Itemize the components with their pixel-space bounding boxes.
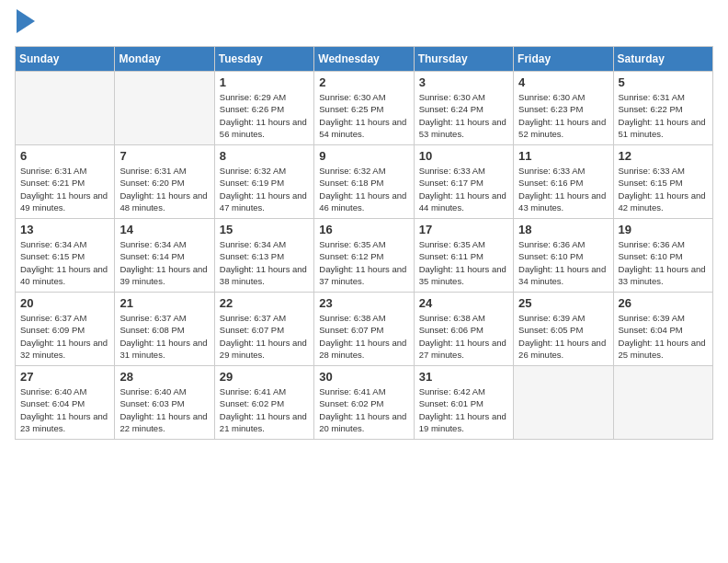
sunset-text: Sunset: 6:10 PM <box>619 250 708 262</box>
calendar-cell <box>514 366 613 440</box>
sunset-text: Sunset: 6:02 PM <box>220 397 309 409</box>
daylight-text: Daylight: 11 hours and 35 minutes. <box>419 263 508 288</box>
day-number: 16 <box>319 223 408 236</box>
daylight-text: Daylight: 11 hours and 44 minutes. <box>419 190 508 214</box>
calendar-header-row: SundayMondayTuesdayWednesdayThursdayFrid… <box>16 47 713 72</box>
calendar-cell <box>16 72 115 145</box>
calendar-cell: 6Sunrise: 6:31 AMSunset: 6:21 PMDaylight… <box>16 145 115 219</box>
day-number: 22 <box>220 296 309 310</box>
day-number: 31 <box>419 370 508 384</box>
sunset-text: Sunset: 6:23 PM <box>518 103 608 115</box>
sunset-text: Sunset: 6:01 PM <box>419 397 508 409</box>
sunrise-text: Sunrise: 6:33 AM <box>619 165 708 177</box>
day-number: 10 <box>419 149 508 163</box>
sunset-text: Sunset: 6:07 PM <box>319 324 408 336</box>
daylight-text: Daylight: 11 hours and 26 minutes. <box>518 337 608 362</box>
sunrise-text: Sunrise: 6:36 AM <box>619 238 708 250</box>
sunset-text: Sunset: 6:08 PM <box>119 324 209 336</box>
sunrise-text: Sunrise: 6:34 AM <box>220 238 309 250</box>
day-number: 20 <box>20 296 109 310</box>
sunrise-text: Sunrise: 6:30 AM <box>518 91 608 103</box>
calendar-week-row: 6Sunrise: 6:31 AMSunset: 6:21 PMDaylight… <box>16 145 713 219</box>
daylight-text: Daylight: 11 hours and 21 minutes. <box>220 410 309 435</box>
calendar-cell: 7Sunrise: 6:31 AMSunset: 6:20 PMDaylight… <box>115 145 214 219</box>
calendar-week-row: 20Sunrise: 6:37 AMSunset: 6:09 PMDayligh… <box>16 293 713 366</box>
svg-marker-0 <box>17 9 35 33</box>
sunrise-text: Sunrise: 6:37 AM <box>119 312 209 324</box>
sunrise-text: Sunrise: 6:30 AM <box>419 91 508 103</box>
daylight-text: Daylight: 11 hours and 46 minutes. <box>319 190 408 214</box>
sunrise-text: Sunrise: 6:30 AM <box>319 91 408 103</box>
daylight-text: Daylight: 11 hours and 33 minutes. <box>619 263 708 288</box>
sunset-text: Sunset: 6:14 PM <box>119 250 209 262</box>
sunset-text: Sunset: 6:05 PM <box>518 324 608 336</box>
sunset-text: Sunset: 6:17 PM <box>419 177 508 189</box>
day-number: 3 <box>419 75 508 89</box>
day-number: 29 <box>220 370 309 384</box>
sunset-text: Sunset: 6:24 PM <box>419 103 508 115</box>
daylight-text: Daylight: 11 hours and 51 minutes. <box>619 116 708 141</box>
calendar-cell: 18Sunrise: 6:36 AMSunset: 6:10 PMDayligh… <box>514 219 613 293</box>
sunrise-text: Sunrise: 6:31 AM <box>20 165 109 177</box>
calendar-cell: 13Sunrise: 6:34 AMSunset: 6:15 PMDayligh… <box>16 219 115 293</box>
day-number: 19 <box>619 223 708 236</box>
calendar-cell: 29Sunrise: 6:41 AMSunset: 6:02 PMDayligh… <box>214 366 313 440</box>
sunrise-text: Sunrise: 6:42 AM <box>419 385 508 397</box>
calendar-cell: 31Sunrise: 6:42 AMSunset: 6:01 PMDayligh… <box>414 366 513 440</box>
sunrise-text: Sunrise: 6:29 AM <box>220 91 309 103</box>
day-number: 14 <box>119 223 209 236</box>
calendar-header-wednesday: Wednesday <box>314 47 414 72</box>
day-number: 18 <box>518 223 608 236</box>
calendar-cell: 17Sunrise: 6:35 AMSunset: 6:11 PMDayligh… <box>414 219 513 293</box>
daylight-text: Daylight: 11 hours and 28 minutes. <box>319 337 408 362</box>
calendar-cell <box>613 366 712 440</box>
calendar-cell: 28Sunrise: 6:40 AMSunset: 6:03 PMDayligh… <box>115 366 214 440</box>
daylight-text: Daylight: 11 hours and 54 minutes. <box>319 116 408 141</box>
calendar-cell: 2Sunrise: 6:30 AMSunset: 6:25 PMDaylight… <box>314 72 414 145</box>
sunset-text: Sunset: 6:25 PM <box>319 103 408 115</box>
sunrise-text: Sunrise: 6:33 AM <box>419 165 508 177</box>
day-number: 12 <box>619 149 708 163</box>
daylight-text: Daylight: 11 hours and 25 minutes. <box>619 337 708 362</box>
calendar-cell: 30Sunrise: 6:41 AMSunset: 6:02 PMDayligh… <box>314 366 414 440</box>
daylight-text: Daylight: 11 hours and 42 minutes. <box>619 190 708 214</box>
sunrise-text: Sunrise: 6:37 AM <box>20 312 109 324</box>
calendar-cell: 19Sunrise: 6:36 AMSunset: 6:10 PMDayligh… <box>613 219 712 293</box>
sunset-text: Sunset: 6:09 PM <box>20 324 109 336</box>
daylight-text: Daylight: 11 hours and 23 minutes. <box>20 410 109 435</box>
calendar-cell: 8Sunrise: 6:32 AMSunset: 6:19 PMDaylight… <box>214 145 313 219</box>
calendar-header-monday: Monday <box>115 47 214 72</box>
daylight-text: Daylight: 11 hours and 31 minutes. <box>119 337 209 362</box>
sunset-text: Sunset: 6:21 PM <box>20 177 109 189</box>
calendar-header-friday: Friday <box>514 47 613 72</box>
daylight-text: Daylight: 11 hours and 53 minutes. <box>419 116 508 141</box>
calendar-cell: 16Sunrise: 6:35 AMSunset: 6:12 PMDayligh… <box>314 219 414 293</box>
day-number: 11 <box>518 149 608 163</box>
sunset-text: Sunset: 6:26 PM <box>220 103 309 115</box>
sunset-text: Sunset: 6:20 PM <box>119 177 209 189</box>
day-number: 30 <box>319 370 408 384</box>
sunrise-text: Sunrise: 6:37 AM <box>220 312 309 324</box>
calendar-cell: 11Sunrise: 6:33 AMSunset: 6:16 PMDayligh… <box>514 145 613 219</box>
sunrise-text: Sunrise: 6:39 AM <box>619 312 708 324</box>
calendar-week-row: 27Sunrise: 6:40 AMSunset: 6:04 PMDayligh… <box>16 366 713 440</box>
daylight-text: Daylight: 11 hours and 19 minutes. <box>419 410 508 435</box>
calendar-cell: 10Sunrise: 6:33 AMSunset: 6:17 PMDayligh… <box>414 145 513 219</box>
sunset-text: Sunset: 6:15 PM <box>619 177 708 189</box>
calendar-header-sunday: Sunday <box>16 47 115 72</box>
sunset-text: Sunset: 6:16 PM <box>518 177 608 189</box>
sunrise-text: Sunrise: 6:34 AM <box>20 238 109 250</box>
sunrise-text: Sunrise: 6:35 AM <box>319 238 408 250</box>
daylight-text: Daylight: 11 hours and 37 minutes. <box>319 263 408 288</box>
sunset-text: Sunset: 6:06 PM <box>419 324 508 336</box>
calendar-week-row: 13Sunrise: 6:34 AMSunset: 6:15 PMDayligh… <box>16 219 713 293</box>
sunset-text: Sunset: 6:13 PM <box>220 250 309 262</box>
daylight-text: Daylight: 11 hours and 40 minutes. <box>20 263 109 288</box>
daylight-text: Daylight: 11 hours and 22 minutes. <box>119 410 209 435</box>
daylight-text: Daylight: 11 hours and 49 minutes. <box>20 190 109 214</box>
day-number: 7 <box>119 149 209 163</box>
daylight-text: Daylight: 11 hours and 48 minutes. <box>119 190 209 214</box>
calendar-cell: 12Sunrise: 6:33 AMSunset: 6:15 PMDayligh… <box>613 145 712 219</box>
calendar-cell <box>115 72 214 145</box>
sunset-text: Sunset: 6:10 PM <box>518 250 608 262</box>
